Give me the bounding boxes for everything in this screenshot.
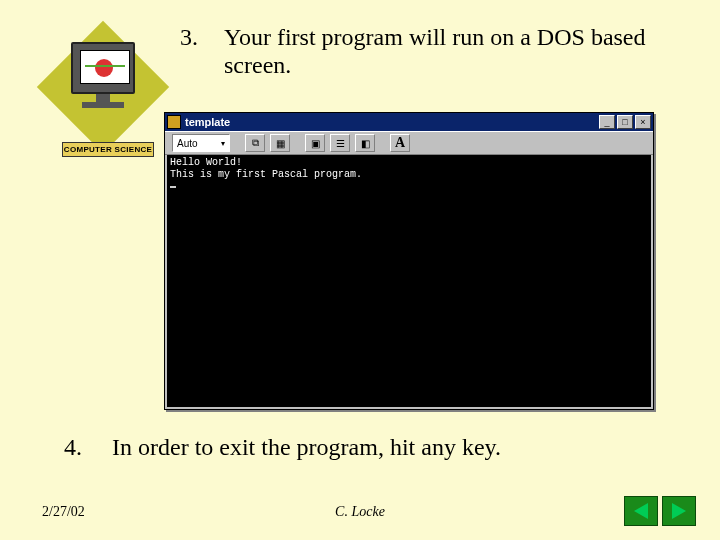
window-title: template <box>185 116 599 128</box>
toolbar-background-icon[interactable]: ◧ <box>355 134 375 152</box>
arrow-right-icon <box>672 503 686 519</box>
font-size-select[interactable]: Auto ▾ <box>172 134 230 152</box>
toolbar-fullscreen-icon[interactable]: ▣ <box>305 134 325 152</box>
monitor-icon <box>71 42 135 94</box>
console-line: Hello World! <box>170 157 242 168</box>
monitor-stand <box>96 94 110 102</box>
close-button[interactable]: × <box>635 115 651 129</box>
font-size-value: Auto <box>177 138 198 149</box>
maximize-button[interactable]: □ <box>617 115 633 129</box>
footer-author: C. Locke <box>0 504 720 520</box>
toolbar-copy-icon[interactable]: ⧉ <box>245 134 265 152</box>
minimize-button[interactable]: _ <box>599 115 615 129</box>
list-text: Your first program will run on a DOS bas… <box>224 24 670 80</box>
logo-label: COMPUTER SCIENCE <box>62 142 154 157</box>
dos-window: template _ □ × Auto ▾ ⧉ ▦ ▣ ☰ ◧ A Hello … <box>164 112 654 410</box>
course-logo: COMPUTER SCIENCE <box>38 22 168 152</box>
window-titlebar: template _ □ × <box>165 113 653 131</box>
list-item-4: 4. In order to exit the program, hit any… <box>64 434 664 461</box>
chevron-down-icon: ▾ <box>221 139 225 148</box>
monitor-base <box>82 102 124 108</box>
list-number: 4. <box>64 434 112 461</box>
toolbar-properties-icon[interactable]: ☰ <box>330 134 350 152</box>
text-cursor <box>170 186 176 188</box>
list-number: 3. <box>180 24 224 80</box>
slide-nav <box>624 496 696 526</box>
list-item-3: 3. Your first program will run on a DOS … <box>180 24 670 80</box>
prev-slide-button[interactable] <box>624 496 658 526</box>
arrow-left-icon <box>634 503 648 519</box>
list-text: In order to exit the program, hit any ke… <box>112 434 664 461</box>
system-menu-icon[interactable] <box>167 115 181 129</box>
console-output: Hello World! This is my first Pascal pro… <box>167 155 651 407</box>
console-line: This is my first Pascal program. <box>170 169 362 180</box>
dos-toolbar: Auto ▾ ⧉ ▦ ▣ ☰ ◧ A <box>165 131 653 155</box>
next-slide-button[interactable] <box>662 496 696 526</box>
toolbar-font-icon[interactable]: A <box>390 134 410 152</box>
toolbar-paste-icon[interactable]: ▦ <box>270 134 290 152</box>
